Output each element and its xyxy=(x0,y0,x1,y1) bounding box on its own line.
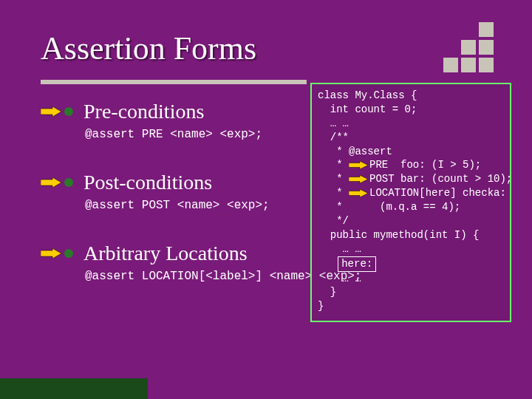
code-line: * PRE foo: (I > 5); xyxy=(318,158,504,172)
corner-decoration xyxy=(443,22,510,66)
code-line: } xyxy=(318,299,504,313)
bullet-dot xyxy=(64,249,73,258)
code-line: */ xyxy=(318,214,504,228)
title-underline xyxy=(41,80,307,84)
code-line: * LOCATION[here] checka: xyxy=(318,186,504,200)
code-example-box: class My.Class { int count = 0; … … /** … xyxy=(310,83,511,322)
bullet-dot xyxy=(64,107,73,116)
code-line: /** xyxy=(318,131,504,145)
code-line: … … xyxy=(318,272,504,286)
code-line: * (m.q.a == 4); xyxy=(318,200,504,214)
arrow-icon xyxy=(41,177,61,188)
here-label-box: here: xyxy=(338,256,376,272)
bullet-dot xyxy=(64,178,73,187)
arrow-icon xyxy=(41,106,61,117)
code-line: } xyxy=(318,285,504,299)
arrow-icon xyxy=(349,189,368,197)
bullet-label: Post-conditions xyxy=(83,171,212,194)
code-line: int count = 0; xyxy=(318,103,504,117)
code-line: here: xyxy=(318,256,504,272)
code-line: … … xyxy=(318,117,504,131)
bullet-label: Arbitrary Locations xyxy=(83,242,248,265)
bottom-accent-bar xyxy=(0,378,148,399)
slide-title: Assertion Forms xyxy=(41,30,256,67)
code-line: … … xyxy=(318,242,504,256)
code-line: public mymethod(int I) { xyxy=(318,228,504,242)
arrow-icon xyxy=(349,175,368,183)
code-line: * POST bar: (count > 10); xyxy=(318,172,504,186)
arrow-icon xyxy=(349,161,368,169)
arrow-icon xyxy=(41,248,61,259)
code-line: * @assert xyxy=(318,145,504,159)
bullet-label: Pre-conditions xyxy=(83,100,204,123)
code-line: class My.Class { xyxy=(318,89,504,103)
